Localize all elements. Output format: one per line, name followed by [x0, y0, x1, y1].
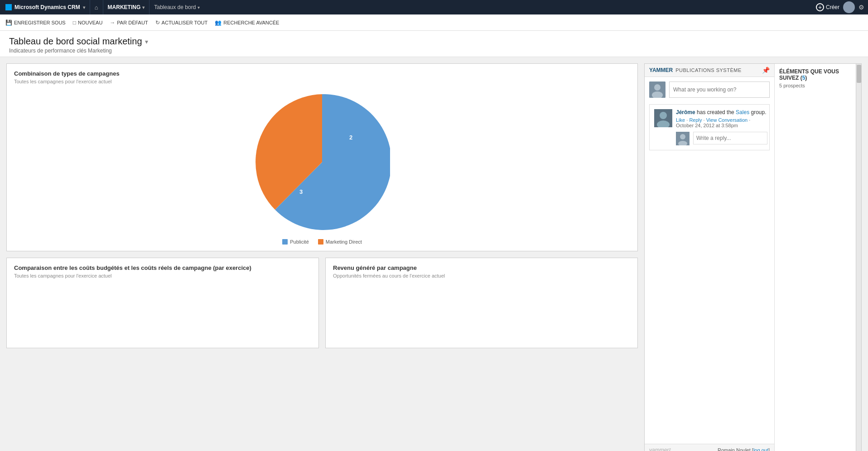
elements-title-text: ÉLÉMENTS QUE VOUS SUIVEZ ( — [779, 68, 839, 81]
yammer-post-date: October 24, 2012 at 3:58pm — [676, 123, 738, 128]
chart-legend: Publicité Marketing Direct — [14, 239, 630, 245]
ms-logo-icon — [5, 4, 12, 10]
pie-chart-svg: 2 3 — [254, 94, 390, 230]
yammer-view-conversation-link[interactable]: View Conversation — [706, 117, 748, 123]
bottom-chart-right: Revenu généré par campagne Opportunités … — [325, 258, 638, 348]
legend-dot-marketing-direct — [318, 239, 323, 245]
home-icon: ⌂ — [95, 4, 98, 11]
svg-point-4 — [660, 112, 667, 119]
home-button[interactable]: ⌂ — [90, 0, 103, 14]
default-button[interactable]: → PAR DÉFAUT — [110, 19, 148, 26]
bottom-charts-row: Comparaison entre les coûts budgétés et … — [6, 258, 638, 348]
bottom-chart-right-subtitle: Opportunités fermées au cours de l'exerc… — [333, 273, 630, 278]
refresh-icon: ↻ — [155, 19, 160, 26]
yammer-poster-name: Jérôme — [676, 109, 695, 115]
top-navigation: Microsoft Dynamics CRM ▾ ⌂ MARKETING ▾ T… — [0, 0, 868, 14]
page-subtitle: Indicateurs de performance clés Marketin… — [9, 48, 859, 54]
section-chevron-icon: ▾ — [142, 5, 145, 10]
create-circle-icon: + — [816, 3, 824, 11]
pie-chart-area: 2 3 — [14, 90, 630, 235]
yammer-header-left: YAMMER PUBLICATIONS SYSTÈME — [649, 67, 742, 73]
pie-chart-wrapper: 2 3 — [254, 94, 390, 230]
main-content: Combinaison de types de campagnes Toutes… — [0, 57, 868, 451]
yammer-post-avatar — [654, 109, 672, 127]
advanced-search-button[interactable]: 👥 RECHERCHE AVANCÉE — [215, 19, 279, 26]
yammer-like-link[interactable]: Like — [676, 117, 685, 123]
brand-label: Microsoft Dynamics CRM — [14, 4, 80, 10]
yammer-panel: YAMMER PUBLICATIONS SYSTÈME 📌 — [644, 63, 862, 451]
yammer-header: YAMMER PUBLICATIONS SYSTÈME 📌 — [645, 64, 774, 77]
yammer-post-meta: Like · Reply · View Conversation · Octob… — [676, 117, 767, 128]
yammer-post-action-end: group. — [751, 109, 766, 115]
advanced-search-label: RECHERCHE AVANCÉE — [223, 20, 279, 25]
bottom-chart-left-title: Comparaison entre les coûts budgétés et … — [14, 264, 311, 271]
left-column: Combinaison de types de campagnes Toutes… — [6, 63, 638, 451]
pie-chart-title: Combinaison de types de campagnes — [14, 70, 630, 77]
bottom-chart-right-title: Revenu généré par campagne — [333, 264, 630, 271]
yammer-section-title: PUBLICATIONS SYSTÈME — [675, 67, 742, 73]
page-title-text: Tableau de bord social marketing — [9, 36, 142, 47]
top-nav-right: + Créer ⚙ — [816, 1, 864, 13]
save-as-button[interactable]: 💾 ENREGISTRER SOUS — [5, 19, 66, 26]
svg-point-1 — [654, 84, 661, 91]
yammer-logout-link[interactable]: log out — [753, 447, 768, 451]
default-icon: → — [110, 19, 115, 26]
yammer-reply-row — [676, 132, 767, 145]
pie-chart-card: Combinaison de types de campagnes Toutes… — [6, 63, 638, 251]
yammer-pin-icon[interactable]: 📌 — [762, 67, 770, 74]
yammer-post-action: has created the — [697, 109, 736, 115]
yammer-post-content: Jérôme has created the Sales group. Like… — [676, 109, 767, 145]
brand-area[interactable]: Microsoft Dynamics CRM ▾ — [4, 0, 90, 14]
save-icon: 💾 — [5, 19, 12, 26]
breadcrumb-chevron-icon: ▾ — [198, 5, 200, 10]
breadcrumb[interactable]: Tableaux de bord ▾ — [149, 0, 204, 14]
elements-panel: ÉLÉMENTS QUE VOUS SUIVEZ (5) 5 prospects — [774, 64, 856, 451]
yammer-input-row — [649, 82, 770, 98]
pie-label-3: 3 — [299, 188, 303, 195]
elements-sub: 5 prospects — [779, 83, 851, 88]
yammer-post-name-line: Jérôme has created the Sales group. — [676, 109, 767, 115]
pie-chart-subtitle: Toutes les campagnes pour l'exercice act… — [14, 79, 630, 84]
brand-chevron-icon: ▾ — [83, 5, 85, 10]
yammer-reply-input[interactable] — [693, 132, 767, 144]
create-label: Créer — [826, 4, 839, 10]
yammer-brand-label: YAMMER — [649, 67, 673, 73]
new-label: NOUVEAU — [78, 20, 102, 25]
breadcrumb-label: Tableaux de bord — [154, 4, 196, 10]
section-nav[interactable]: MARKETING ▾ — [103, 0, 150, 14]
title-arrow-icon[interactable]: ▾ — [145, 38, 148, 45]
yammer-footer-brand: yammer² — [649, 447, 670, 451]
legend-dot-publicite — [282, 239, 288, 245]
legend-item-marketing-direct: Marketing Direct — [318, 239, 362, 245]
bottom-chart-left-subtitle: Toutes les campagnes pour l'exercice act… — [14, 273, 311, 278]
refresh-label: ACTUALISER TOUT — [162, 20, 208, 25]
yammer-reply-link[interactable]: Reply — [689, 117, 702, 123]
legend-label-publicite: Publicité — [290, 239, 309, 245]
yammer-post-group-link[interactable]: Sales — [736, 109, 749, 115]
yammer-post-header: Jérôme has created the Sales group. Like… — [654, 109, 765, 145]
yammer-user-avatar — [649, 82, 665, 98]
search-icon: 👥 — [215, 19, 222, 26]
yammer-footer-user: Romain Noulet — [718, 447, 751, 451]
avatar[interactable] — [843, 1, 855, 13]
section-label: MARKETING — [108, 4, 141, 10]
gear-icon[interactable]: ⚙ — [858, 4, 864, 11]
bottom-chart-left: Comparaison entre les coûts budgétés et … — [6, 258, 319, 348]
yammer-footer-right: Romain Noulet [log out] — [718, 447, 770, 451]
yammer-footer: yammer² Romain Noulet [log out] — [645, 444, 774, 451]
scrollbar-thumb[interactable] — [857, 65, 861, 83]
page-header: Tableau de bord social marketing ▾ Indic… — [0, 31, 868, 57]
yammer-reply-avatar — [676, 132, 690, 145]
legend-label-marketing-direct: Marketing Direct — [326, 239, 362, 245]
yammer-post: Jérôme has created the Sales group. Like… — [649, 104, 770, 150]
legend-item-publicite: Publicité — [282, 239, 309, 245]
new-icon: □ — [73, 19, 76, 26]
yammer-post-input[interactable] — [669, 82, 770, 98]
scrollbar[interactable] — [856, 64, 861, 451]
default-label: PAR DÉFAUT — [117, 20, 148, 25]
refresh-button[interactable]: ↻ ACTUALISER TOUT — [155, 19, 208, 26]
page-title: Tableau de bord social marketing ▾ — [9, 36, 859, 47]
new-button[interactable]: □ NOUVEAU — [73, 19, 103, 26]
create-button[interactable]: + Créer — [816, 3, 839, 11]
elements-panel-title: ÉLÉMENTS QUE VOUS SUIVEZ (5) — [779, 68, 851, 81]
